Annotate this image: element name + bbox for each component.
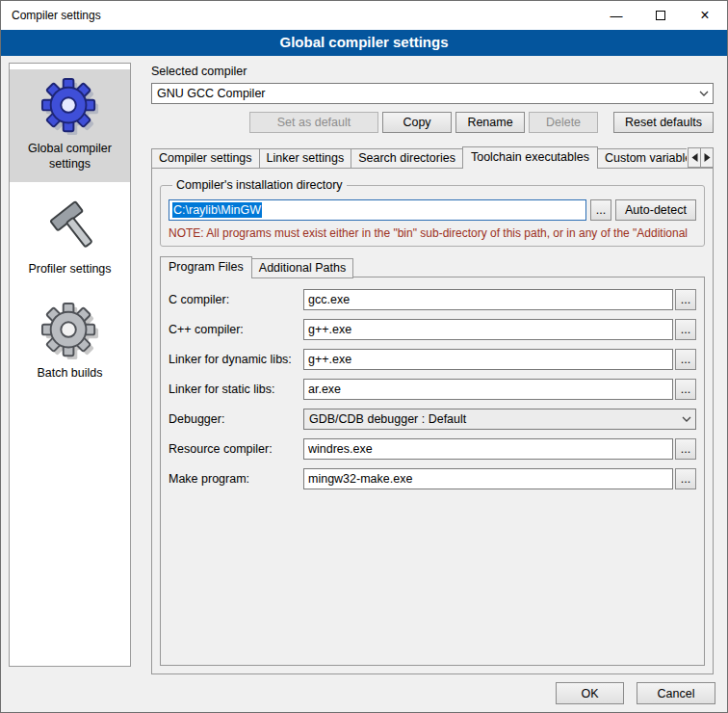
c-compiler-label: C compiler: [169,293,303,306]
sidebar-item-batch-builds[interactable]: Batch builds [10,294,130,390]
resource-compiler-label: Resource compiler: [169,442,303,456]
static-linker-browse-button[interactable]: ... [675,379,696,400]
sidebar-item-profiler-settings[interactable]: Profiler settings [10,190,130,286]
sidebar: Global compiler settings Profiler settin… [9,63,131,667]
maximize-button[interactable] [638,1,683,30]
tab-search-directories[interactable]: Search directories [351,148,463,169]
sidebar-item-label: Batch builds [12,365,128,381]
tab-compiler-settings[interactable]: Compiler settings [151,148,260,169]
make-program-input[interactable] [303,468,673,489]
window-controls: — × [594,1,727,30]
form-row-static-linker: Linker for static libs: ... [169,379,696,400]
tab-custom-variables[interactable]: Custom variables [597,148,687,169]
installation-directory-group: Compiler's installation directory C:\ray… [160,178,705,247]
toolchain-subtabs: Program Files Additional Paths [160,256,705,278]
resource-compiler-input[interactable] [303,438,673,460]
close-button[interactable]: × [683,1,727,30]
window-title: Compiler settings [1,9,101,22]
chevron-down-icon [678,416,695,422]
debugger-value: GDB/CDB debugger : Default [309,412,678,426]
tab-linker-settings[interactable]: Linker settings [259,148,352,169]
static-linker-input[interactable] [303,379,673,400]
installation-directory-input[interactable]: C:\raylib\MinGW [169,199,586,221]
installation-directory-group-title: Compiler's installation directory [172,178,347,192]
cpp-compiler-input[interactable] [303,319,673,340]
dialog-header-title: Global compiler settings [279,34,448,50]
tab-scroll-right-button[interactable] [700,147,714,168]
subtab-additional-paths[interactable]: Additional Paths [251,258,353,278]
dynamic-linker-label: Linker for dynamic libs: [169,353,303,366]
sidebar-item-label: Global compiler settings [12,141,128,172]
form-row-debugger: Debugger: GDB/CDB debugger : Default [169,409,696,430]
dialog-header: Global compiler settings [1,30,727,56]
dynamic-linker-browse-button[interactable]: ... [675,349,696,370]
cancel-button[interactable]: Cancel [637,682,715,704]
cpp-compiler-label: C++ compiler: [169,323,303,336]
ok-button[interactable]: OK [556,682,624,704]
tab-scroll-left-button[interactable] [688,147,701,168]
minimize-button[interactable]: — [594,1,638,30]
chevron-down-icon [695,91,713,96]
copy-button[interactable]: Copy [382,112,452,133]
installation-directory-row: C:\raylib\MinGW ... Auto-detect [169,199,696,221]
auto-detect-button[interactable]: Auto-detect [615,199,696,221]
sidebar-item-global-compiler-settings[interactable]: Global compiler settings [10,69,130,182]
form-row-make-program: Make program: ... [169,468,696,489]
tab-scroll-controls [689,147,714,168]
installation-directory-browse-button[interactable]: ... [590,199,611,221]
set-as-default-button[interactable]: Set as default [249,112,378,133]
minimize-icon: — [611,9,623,23]
tab-strip: Compiler settings Linker settings Search… [151,146,687,169]
selected-compiler-value: GNU GCC Compiler [157,87,695,100]
make-program-browse-button[interactable]: ... [675,468,696,489]
subtab-program-files[interactable]: Program Files [160,256,252,278]
installation-directory-value: C:\raylib\MinGW [172,202,262,218]
cpp-compiler-browse-button[interactable]: ... [675,319,696,340]
form-row-resource-compiler: Resource compiler: ... [169,438,696,460]
main-area: Selected compiler GNU GCC Compiler Set a… [151,56,714,674]
debugger-label: Debugger: [169,412,303,426]
dynamic-linker-input[interactable] [303,349,673,370]
form-row-cpp-compiler: C++ compiler: ... [169,319,696,340]
hammer-icon [40,198,100,257]
note-text: NOTE: All programs must exist either in … [169,226,696,240]
main-tabs: Compiler settings Linker settings Search… [151,146,714,169]
selected-compiler-label: Selected compiler [151,65,714,80]
program-files-panel: C compiler: ... C++ compiler: ... Linker… [160,277,705,666]
resource-compiler-browse-button[interactable]: ... [675,438,696,460]
sidebar-item-label: Profiler settings [12,261,128,277]
c-compiler-input[interactable] [303,289,673,310]
form-row-dynamic-linker: Linker for dynamic libs: ... [169,349,696,370]
compiler-settings-window: Compiler settings — × Global compiler se… [0,0,728,713]
titlebar[interactable]: Compiler settings — × [1,1,727,30]
selected-compiler-select[interactable]: GNU GCC Compiler [151,83,714,104]
static-linker-label: Linker for static libs: [169,383,303,396]
toolchain-executables-panel: Compiler's installation directory C:\ray… [151,168,714,674]
triangle-right-icon [704,153,711,162]
tab-toolchain-executables[interactable]: Toolchain executables [462,146,598,169]
gray-gear-icon [40,302,100,361]
subtab-strip: Program Files Additional Paths [160,256,705,278]
blue-gear-icon [40,77,100,137]
close-icon: × [700,8,709,23]
rename-button[interactable]: Rename [455,112,525,133]
dialog-content: Global compiler settings Profiler settin… [1,56,727,712]
triangle-left-icon [691,153,698,162]
debugger-select[interactable]: GDB/CDB debugger : Default [303,409,696,430]
delete-button[interactable]: Delete [529,112,598,133]
c-compiler-browse-button[interactable]: ... [675,289,696,310]
make-program-label: Make program: [169,472,303,486]
compiler-button-row: Set as default Copy Rename Delete Reset … [151,112,714,133]
dialog-footer: OK Cancel [556,682,715,704]
maximize-icon [656,11,665,20]
reset-defaults-button[interactable]: Reset defaults [613,112,714,133]
form-row-c-compiler: C compiler: ... [169,289,696,310]
